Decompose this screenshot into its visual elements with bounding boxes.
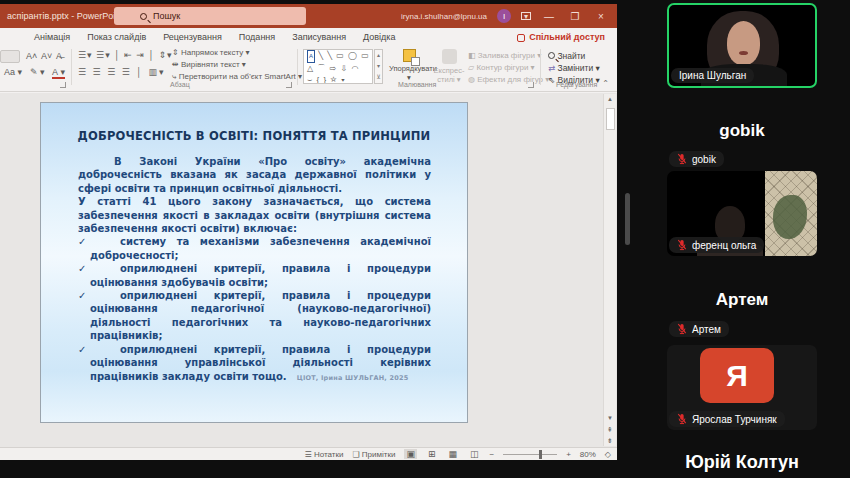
shape-fill-button[interactable]: ◧ Заливка фігури ▾ bbox=[468, 51, 541, 60]
slide-title: ДОБРОЧЕСНІСТЬ В ОСВІТІ: ПОНЯТТЯ ТА ПРИНЦ… bbox=[41, 129, 467, 143]
paragraph-align-buttons[interactable]: ☰ ☰ ☰ ☰ │ ▥▾ bbox=[78, 67, 165, 77]
mic-muted-icon bbox=[677, 323, 687, 335]
zoom-level[interactable]: 80% bbox=[580, 450, 596, 459]
textbox-shape-icon: A bbox=[307, 50, 315, 63]
restore-button[interactable]: ❐ bbox=[567, 11, 583, 22]
grow-font-button[interactable]: A˄ bbox=[26, 51, 37, 61]
zoom-slider-thumb[interactable] bbox=[539, 450, 542, 459]
shapes-gallery-scroll[interactable]: ▴▾⊻ bbox=[374, 49, 383, 84]
participant-tile-ferenc[interactable]: ференц ольга bbox=[667, 171, 817, 256]
slide-body: В Законі України «Про освіту» академічна… bbox=[78, 155, 431, 385]
quick-styles-button[interactable]: Експрес- стилі ▾ bbox=[432, 48, 466, 84]
previous-slide-icon[interactable]: ⇞ bbox=[604, 424, 616, 435]
shrink-font-button[interactable]: A˅ bbox=[41, 51, 52, 61]
account-email[interactable]: iryna.i.shulhan@lpnu.ua bbox=[401, 12, 487, 21]
drawing-group-label: Малювання bbox=[398, 81, 436, 88]
clear-format-button[interactable]: A̶ bbox=[56, 51, 62, 61]
align-text-button[interactable]: ⇹ Вирівняти текст ▾ bbox=[172, 60, 246, 69]
change-case-button[interactable]: Aa ▾ bbox=[4, 67, 22, 77]
tab-record[interactable]: Записування bbox=[292, 32, 346, 42]
tab-help[interactable]: Довідка bbox=[363, 32, 395, 42]
arrange-button[interactable]: Упорядкувати ▾ bbox=[389, 48, 429, 82]
participant-tile-yurii[interactable]: Юрій Колтун bbox=[667, 432, 817, 478]
close-button[interactable]: × bbox=[593, 11, 609, 22]
notes-icon: ☰ bbox=[304, 450, 311, 459]
ribbon-display-options-icon[interactable]: ▾ bbox=[521, 12, 531, 20]
participant-name-centered: Артем bbox=[667, 290, 817, 310]
share-icon bbox=[517, 34, 525, 42]
zoom-in-button[interactable]: + bbox=[566, 450, 571, 459]
notes-button[interactable]: ☰ Нотатки bbox=[304, 450, 343, 459]
drawing-dialog-launcher-icon[interactable] bbox=[528, 82, 534, 88]
shape-outline-button[interactable]: ▱ Контур фігури ▾ bbox=[468, 63, 535, 72]
document-title: аспірантів.pptx - PowerPoint bbox=[7, 11, 123, 21]
participants-scrollbar-thumb[interactable] bbox=[625, 193, 630, 245]
slide[interactable]: ДОБРОЧЕСНІСТЬ В ОСВІТІ: ПОНЯТТЯ ТА ПРИНЦ… bbox=[40, 102, 468, 423]
editing-area: ДОБРОЧЕСНІСТЬ В ОСВІТІ: ПОНЯТТЯ ТА ПРИНЦ… bbox=[0, 93, 617, 447]
shapes-gallery[interactable]: A ╲ ╲ ▭ ◯ ▭ △ ⌒ ⇨ ⇩ ◠ ⌣ { } ☆ ▾ bbox=[303, 49, 373, 84]
shapes-row: ╲ ╲ ▭ ◯ ▭ bbox=[318, 51, 370, 60]
find-icon bbox=[548, 52, 555, 59]
editing-group-label: Редагування bbox=[556, 81, 597, 88]
slideshow-button[interactable]: ◫ bbox=[468, 449, 481, 459]
title-bar: аспірантів.pptx - PowerPoint Пошук iryna… bbox=[0, 4, 617, 28]
status-bar: ☰ Нотатки ❑ Примітки ▣ ⊞ ▦ ◫ − + 80% ◇ bbox=[0, 447, 617, 460]
participant-tile-artem[interactable]: Артем Артем bbox=[667, 258, 817, 343]
search-placeholder: Пошук bbox=[153, 11, 180, 21]
divider bbox=[71, 49, 72, 85]
tab-slideshow[interactable]: Показ слайдів bbox=[87, 32, 146, 42]
replace-button[interactable]: ⇄ Замінити ▾ bbox=[548, 63, 600, 73]
shapes-row: △ ⌒ ⇨ ⇩ ◠ bbox=[307, 63, 372, 74]
arrange-icon bbox=[403, 49, 416, 62]
participant-name-centered: Юрій Колтун bbox=[667, 452, 817, 473]
collapse-ribbon-icon[interactable]: ⌃ bbox=[602, 79, 609, 88]
reading-view-button[interactable]: ▦ bbox=[446, 449, 459, 459]
next-slide-icon[interactable]: ⇟ bbox=[604, 435, 616, 446]
font-size-combo[interactable] bbox=[0, 50, 20, 63]
minimize-button[interactable]: — bbox=[541, 11, 557, 22]
paragraph-group-label: Абзац bbox=[170, 81, 190, 88]
participant-tile-gobik[interactable]: gobik gobik bbox=[667, 91, 817, 170]
ribbon-tabs: Анімація Показ слайдів Рецензування Пода… bbox=[0, 28, 617, 46]
tab-animation[interactable]: Анімація bbox=[34, 32, 70, 42]
highlight-button[interactable]: ✎ ▾ bbox=[30, 67, 45, 77]
scroll-down-icon[interactable]: ▼ bbox=[604, 413, 616, 424]
vertical-scrollbar[interactable]: ▲ ▼ ⇞ ⇟ bbox=[603, 94, 616, 446]
share-button[interactable]: Спільний доступ bbox=[517, 28, 605, 46]
font-color-button[interactable]: А ▾ bbox=[52, 67, 65, 79]
tab-view[interactable]: Подання bbox=[239, 32, 275, 42]
participant-tile-iryna[interactable]: Ірина Шульган bbox=[667, 3, 817, 88]
scrollbar-thumb[interactable] bbox=[606, 108, 615, 130]
mic-muted-icon bbox=[677, 153, 687, 165]
smartart-button[interactable]: ⤷ Перетворити на об'єкт SmartArt ▾ bbox=[172, 72, 302, 82]
replace-icon: ⇄ bbox=[548, 63, 555, 73]
normal-view-button[interactable]: ▣ bbox=[404, 449, 417, 459]
scroll-up-icon[interactable]: ▲ bbox=[604, 94, 616, 105]
powerpoint-window: аспірантів.pptx - PowerPoint Пошук iryna… bbox=[0, 4, 617, 460]
fit-to-window-icon[interactable]: ◇ bbox=[605, 450, 611, 459]
slide-sorter-view-button[interactable]: ⊞ bbox=[426, 449, 438, 459]
shape-effects-button[interactable]: ◍ Ефекти для фігур ▾ bbox=[468, 75, 549, 84]
paragraph-list-buttons[interactable]: ☰▾ ☰▾ │ ⇤ ⇥ │ ⇕▾ bbox=[78, 50, 173, 60]
participant-name-tag: Ярослав Турчиняк bbox=[669, 411, 785, 427]
shapes-row: ⌣ { } ☆ ▾ bbox=[307, 74, 372, 84]
slide-bullet: ✓ оприлюднені критерії, правила і процед… bbox=[78, 343, 431, 385]
participant-tile-yaroslav[interactable]: Я Ярослав Турчиняк bbox=[667, 345, 817, 430]
screen: аспірантів.pptx - PowerPoint Пошук iryna… bbox=[0, 0, 850, 478]
font-dialog-launcher-icon[interactable] bbox=[60, 82, 66, 88]
zoom-out-button[interactable]: − bbox=[489, 450, 494, 459]
text-direction-button[interactable]: ⇕ Напрямок тексту ▾ bbox=[172, 48, 249, 57]
slide-credit: ЦІОТ, Ірина ШУЛЬГАН, 2025 bbox=[297, 374, 409, 382]
zoom-slider[interactable] bbox=[503, 454, 557, 455]
slide-bullet: ✓ систему та механізми забезпечення акад… bbox=[78, 235, 431, 262]
find-button[interactable]: Знайти bbox=[548, 51, 585, 61]
paragraph-dialog-launcher-icon[interactable] bbox=[286, 82, 292, 88]
mic-muted-icon bbox=[677, 413, 687, 425]
tab-review[interactable]: Рецензування bbox=[163, 32, 222, 42]
participant-name-tag: Артем bbox=[669, 321, 729, 337]
meeting-participants-panel: Ірина Шульган gobik gobik ференц ольга А… bbox=[618, 0, 850, 478]
comments-button[interactable]: ❑ Примітки bbox=[352, 450, 395, 459]
account-avatar[interactable]: І bbox=[497, 9, 511, 23]
participant-name-tag: ференц ольга bbox=[669, 237, 764, 253]
search-input[interactable]: Пошук bbox=[114, 7, 306, 25]
